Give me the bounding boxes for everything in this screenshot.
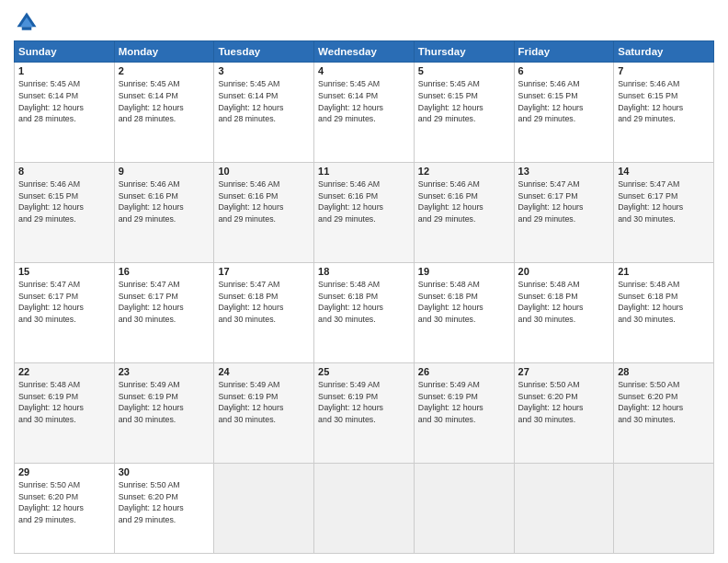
day-number: 18 (318, 266, 410, 277)
calendar-cell: 11Sunrise: 5:46 AMSunset: 6:16 PMDayligh… (314, 162, 415, 262)
calendar-cell: 10Sunrise: 5:46 AMSunset: 6:16 PMDayligh… (214, 162, 314, 262)
day-number: 9 (119, 166, 210, 177)
cell-info: Sunrise: 5:49 AMSunset: 6:19 PMDaylight:… (218, 379, 310, 426)
cell-info: Sunrise: 5:47 AMSunset: 6:17 PMDaylight:… (618, 178, 710, 225)
cell-info: Sunrise: 5:48 AMSunset: 6:19 PMDaylight:… (18, 379, 110, 426)
cell-info: Sunrise: 5:48 AMSunset: 6:18 PMDaylight:… (518, 279, 610, 326)
calendar-table: SundayMondayTuesdayWednesdayThursdayFrid… (14, 40, 714, 554)
cell-info: Sunrise: 5:46 AMSunset: 6:16 PMDaylight:… (218, 178, 310, 225)
calendar-cell: 5Sunrise: 5:45 AMSunset: 6:15 PMDaylight… (414, 63, 514, 163)
weekday-header-sunday: Sunday (15, 41, 115, 63)
cell-info: Sunrise: 5:45 AMSunset: 6:14 PMDaylight:… (18, 78, 110, 125)
calendar-cell: 7Sunrise: 5:46 AMSunset: 6:15 PMDaylight… (614, 63, 714, 163)
weekday-header-thursday: Thursday (414, 41, 514, 63)
day-number: 7 (618, 65, 710, 76)
calendar-cell: 12Sunrise: 5:46 AMSunset: 6:16 PMDayligh… (414, 162, 514, 262)
cell-info: Sunrise: 5:47 AMSunset: 6:17 PMDaylight:… (18, 279, 110, 326)
day-number: 2 (119, 65, 210, 76)
calendar-cell: 28Sunrise: 5:50 AMSunset: 6:20 PMDayligh… (614, 362, 714, 463)
calendar-cell: 2Sunrise: 5:45 AMSunset: 6:14 PMDaylight… (114, 63, 214, 163)
cell-info: Sunrise: 5:45 AMSunset: 6:14 PMDaylight:… (119, 78, 210, 125)
cell-info: Sunrise: 5:46 AMSunset: 6:16 PMDaylight:… (418, 178, 510, 225)
calendar-cell: 17Sunrise: 5:47 AMSunset: 6:18 PMDayligh… (214, 262, 314, 362)
calendar-cell (214, 463, 314, 553)
calendar-cell: 21Sunrise: 5:48 AMSunset: 6:18 PMDayligh… (614, 262, 714, 362)
weekday-header-tuesday: Tuesday (214, 41, 314, 63)
calendar-cell: 25Sunrise: 5:49 AMSunset: 6:19 PMDayligh… (314, 362, 415, 463)
cell-info: Sunrise: 5:48 AMSunset: 6:18 PMDaylight:… (318, 279, 410, 326)
day-number: 23 (119, 366, 210, 377)
day-number: 10 (218, 166, 310, 177)
calendar-week-row: 1Sunrise: 5:45 AMSunset: 6:14 PMDaylight… (15, 63, 714, 163)
cell-info: Sunrise: 5:49 AMSunset: 6:19 PMDaylight:… (119, 379, 210, 426)
day-number: 4 (318, 65, 410, 76)
calendar-cell: 1Sunrise: 5:45 AMSunset: 6:14 PMDaylight… (15, 63, 115, 163)
cell-info: Sunrise: 5:46 AMSunset: 6:15 PMDaylight:… (618, 78, 710, 125)
weekday-header-wednesday: Wednesday (314, 41, 415, 63)
calendar-cell: 8Sunrise: 5:46 AMSunset: 6:15 PMDaylight… (15, 162, 115, 262)
weekday-header-friday: Friday (514, 41, 614, 63)
cell-info: Sunrise: 5:45 AMSunset: 6:14 PMDaylight:… (218, 78, 310, 125)
day-number: 20 (518, 266, 610, 277)
calendar-cell: 18Sunrise: 5:48 AMSunset: 6:18 PMDayligh… (314, 262, 415, 362)
day-number: 26 (418, 366, 510, 377)
calendar-cell: 4Sunrise: 5:45 AMSunset: 6:14 PMDaylight… (314, 63, 415, 163)
cell-info: Sunrise: 5:47 AMSunset: 6:17 PMDaylight:… (119, 279, 210, 326)
calendar-cell: 23Sunrise: 5:49 AMSunset: 6:19 PMDayligh… (114, 362, 214, 463)
calendar-cell: 22Sunrise: 5:48 AMSunset: 6:19 PMDayligh… (15, 362, 115, 463)
day-number: 28 (618, 366, 710, 377)
day-number: 11 (318, 166, 410, 177)
calendar-cell (514, 463, 614, 553)
cell-info: Sunrise: 5:49 AMSunset: 6:19 PMDaylight:… (318, 379, 410, 426)
calendar-cell: 26Sunrise: 5:49 AMSunset: 6:19 PMDayligh… (414, 362, 514, 463)
day-number: 15 (18, 266, 110, 277)
header (14, 9, 714, 35)
calendar-cell: 3Sunrise: 5:45 AMSunset: 6:14 PMDaylight… (214, 63, 314, 163)
calendar-cell (414, 463, 514, 553)
day-number: 21 (618, 266, 710, 277)
cell-info: Sunrise: 5:48 AMSunset: 6:18 PMDaylight:… (418, 279, 510, 326)
cell-info: Sunrise: 5:46 AMSunset: 6:15 PMDaylight:… (18, 178, 110, 225)
calendar-cell: 29Sunrise: 5:50 AMSunset: 6:20 PMDayligh… (15, 463, 115, 553)
weekday-header-row: SundayMondayTuesdayWednesdayThursdayFrid… (15, 41, 714, 63)
cell-info: Sunrise: 5:50 AMSunset: 6:20 PMDaylight:… (119, 479, 210, 526)
calendar-cell: 27Sunrise: 5:50 AMSunset: 6:20 PMDayligh… (514, 362, 614, 463)
cell-info: Sunrise: 5:47 AMSunset: 6:17 PMDaylight:… (518, 178, 610, 225)
calendar-week-row: 8Sunrise: 5:46 AMSunset: 6:15 PMDaylight… (15, 162, 714, 262)
calendar-cell: 14Sunrise: 5:47 AMSunset: 6:17 PMDayligh… (614, 162, 714, 262)
cell-info: Sunrise: 5:46 AMSunset: 6:16 PMDaylight:… (119, 178, 210, 225)
calendar-cell (614, 463, 714, 553)
day-number: 29 (18, 466, 110, 477)
calendar-cell: 16Sunrise: 5:47 AMSunset: 6:17 PMDayligh… (114, 262, 214, 362)
calendar-cell: 20Sunrise: 5:48 AMSunset: 6:18 PMDayligh… (514, 262, 614, 362)
cell-info: Sunrise: 5:50 AMSunset: 6:20 PMDaylight:… (618, 379, 710, 426)
calendar-week-row: 15Sunrise: 5:47 AMSunset: 6:17 PMDayligh… (15, 262, 714, 362)
day-number: 6 (518, 65, 610, 76)
calendar-cell: 30Sunrise: 5:50 AMSunset: 6:20 PMDayligh… (114, 463, 214, 553)
day-number: 22 (18, 366, 110, 377)
calendar-cell: 24Sunrise: 5:49 AMSunset: 6:19 PMDayligh… (214, 362, 314, 463)
calendar-cell: 13Sunrise: 5:47 AMSunset: 6:17 PMDayligh… (514, 162, 614, 262)
day-number: 30 (119, 466, 210, 477)
logo-icon (14, 9, 40, 35)
day-number: 13 (518, 166, 610, 177)
day-number: 25 (318, 366, 410, 377)
logo (14, 9, 43, 35)
calendar-cell: 6Sunrise: 5:46 AMSunset: 6:15 PMDaylight… (514, 63, 614, 163)
cell-info: Sunrise: 5:49 AMSunset: 6:19 PMDaylight:… (418, 379, 510, 426)
cell-info: Sunrise: 5:47 AMSunset: 6:18 PMDaylight:… (218, 279, 310, 326)
day-number: 5 (418, 65, 510, 76)
calendar-cell (314, 463, 415, 553)
day-number: 27 (518, 366, 610, 377)
day-number: 16 (119, 266, 210, 277)
cell-info: Sunrise: 5:45 AMSunset: 6:15 PMDaylight:… (418, 78, 510, 125)
day-number: 1 (18, 65, 110, 76)
day-number: 17 (218, 266, 310, 277)
day-number: 14 (618, 166, 710, 177)
calendar-week-row: 22Sunrise: 5:48 AMSunset: 6:19 PMDayligh… (15, 362, 714, 463)
cell-info: Sunrise: 5:50 AMSunset: 6:20 PMDaylight:… (18, 479, 110, 526)
cell-info: Sunrise: 5:46 AMSunset: 6:15 PMDaylight:… (518, 78, 610, 125)
weekday-header-saturday: Saturday (614, 41, 714, 63)
cell-info: Sunrise: 5:46 AMSunset: 6:16 PMDaylight:… (318, 178, 410, 225)
calendar-cell: 15Sunrise: 5:47 AMSunset: 6:17 PMDayligh… (15, 262, 115, 362)
